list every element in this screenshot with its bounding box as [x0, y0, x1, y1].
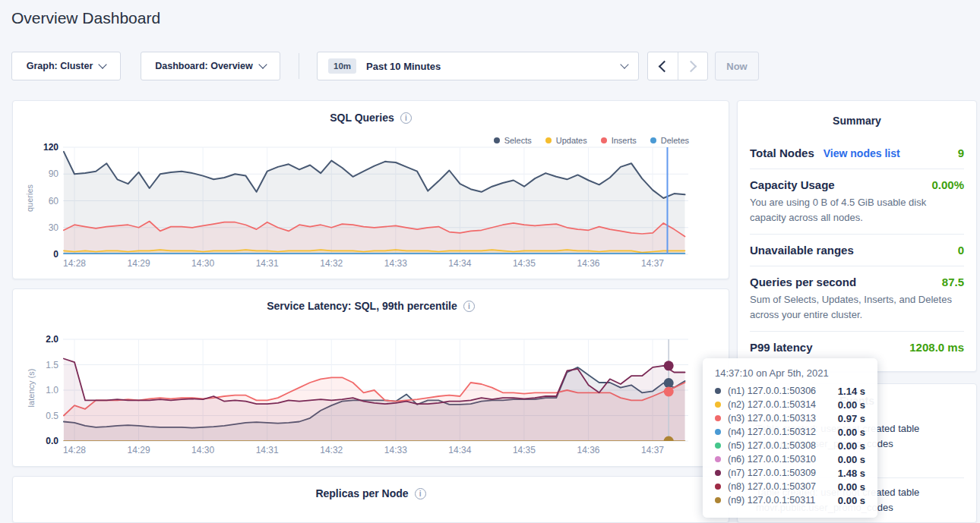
node-address: (n6) 127.0.0.1:50310	[728, 454, 816, 465]
dashboard-dropdown-label: Dashboard: Overview	[155, 61, 253, 71]
chart-title: Replicas per Node	[315, 487, 408, 499]
chevron-down-icon	[258, 60, 267, 68]
y-tick-label: 0.5	[46, 411, 58, 421]
tooltip-rows: (n1) 127.0.0.1:503061.14 s(n2) 127.0.0.1…	[715, 384, 865, 507]
summary-subtext: You are using 0 B of 4.5 GiB usable disk…	[750, 195, 964, 225]
replicas-per-node-card: Replicas per Node	[12, 476, 729, 523]
y-tick-label: 120	[43, 142, 58, 153]
info-icon[interactable]	[415, 488, 426, 499]
time-range-dropdown[interactable]: 10m Past 10 Minutes	[317, 52, 639, 80]
x-tick-label: 14:28	[63, 445, 86, 455]
graph-dropdown[interactable]: Graph: Cluster	[11, 52, 121, 80]
time-prev-button[interactable]	[648, 52, 678, 80]
summary-row: Total NodesView nodes list9	[750, 137, 964, 169]
y-tick-label: 1.5	[46, 360, 58, 370]
x-tick-label: 14:36	[577, 258, 599, 269]
y-tick-label: 2.0	[46, 334, 58, 345]
tooltip-timestamp: 14:37:10 on Apr 5th, 2021	[715, 367, 865, 379]
x-tick-label: 14:32	[320, 445, 343, 455]
summary-label: Capacity Usage	[750, 178, 835, 191]
x-tick-label: 14:30	[191, 258, 214, 269]
view-nodes-link[interactable]: View nodes list	[824, 147, 900, 159]
y-tick-label: 60	[49, 196, 59, 206]
toolbar-divider	[299, 53, 299, 79]
node-latency-value: 1.48 s	[838, 468, 865, 479]
node-address: (n4) 127.0.0.1:50312	[728, 427, 816, 437]
node-latency-value: 0.00 s	[838, 495, 865, 506]
chart-hover-tooltip: 14:37:10 on Apr 5th, 2021 (n1) 127.0.0.1…	[703, 358, 877, 518]
summary-value: 0	[958, 244, 964, 257]
x-tick-label: 14:35	[513, 258, 536, 269]
tooltip-node-row: (n6) 127.0.0.1:503100.00 s	[715, 452, 865, 466]
tooltip-node-row: (n4) 127.0.0.1:503120.00 s	[715, 425, 865, 439]
x-tick-label: 14:31	[256, 258, 279, 269]
hover-dot	[664, 436, 674, 446]
tooltip-node-row: (n1) 127.0.0.1:503061.14 s	[715, 384, 865, 398]
x-tick-label: 14:37	[641, 445, 664, 455]
time-range-label: Past 10 Minutes	[366, 61, 441, 72]
y-tick-label: 0.0	[46, 436, 58, 446]
summary-label: Queries per second	[750, 276, 856, 288]
summary-card: Summary Total NodesView nodes list9Capac…	[737, 100, 977, 372]
summary-value: 87.5	[942, 276, 964, 288]
x-tick-label: 14:36	[577, 445, 599, 455]
node-latency-value: 0.00 s	[838, 399, 865, 411]
page-title: Overview Dashboard	[11, 9, 160, 27]
summary-label: Total Nodes	[750, 147, 814, 159]
node-color-dot	[715, 443, 721, 449]
x-tick-label: 14:34	[448, 258, 471, 269]
tooltip-node-row: (n7) 127.0.0.1:503091.48 s	[715, 466, 865, 480]
summary-row: Queries per second87.5Sum of Selects, Up…	[750, 266, 964, 332]
tooltip-node-row: (n3) 127.0.0.1:503130.97 s	[715, 411, 865, 425]
node-address: (n8) 127.0.0.1:50307	[728, 481, 816, 492]
node-color-dot	[715, 415, 721, 421]
y-tick-label: 90	[49, 169, 59, 179]
y-tick-label: 1.0	[46, 385, 58, 395]
y-tick-label: 0	[53, 249, 58, 260]
node-color-dot	[715, 388, 721, 394]
sql-plot-svg: 14:2814:2914:3014:3114:3214:3314:3414:35…	[13, 101, 729, 279]
summary-value: 9	[958, 147, 964, 159]
node-latency-value: 0.00 s	[838, 440, 865, 452]
sql-queries-card: SQL Queries SelectsUpdatesInsertsDeletes…	[12, 100, 729, 279]
node-color-dot	[715, 484, 721, 490]
chevron-down-icon	[99, 60, 107, 68]
time-nav-group	[647, 52, 708, 80]
summary-row: Capacity Usage0.00%You are using 0 B of …	[750, 169, 964, 235]
tooltip-node-row: (n9) 127.0.0.1:503110.00 s	[715, 493, 865, 507]
tooltip-node-row: (n5) 127.0.0.1:503080.00 s	[715, 439, 865, 452]
x-tick-label: 14:28	[63, 258, 86, 269]
tooltip-node-row: (n8) 127.0.0.1:503070.00 s	[715, 480, 865, 493]
x-tick-label: 14:31	[256, 445, 279, 455]
summary-label: P99 latency	[750, 341, 813, 354]
node-address: (n7) 127.0.0.1:50309	[728, 468, 816, 478]
x-tick-label: 14:29	[128, 445, 150, 455]
summary-value: 1208.0 ms	[909, 341, 964, 354]
node-color-dot	[715, 429, 721, 435]
hover-dot	[664, 378, 674, 388]
x-tick-label: 14:30	[191, 445, 214, 455]
x-tick-label: 14:37	[641, 258, 664, 269]
node-latency-value: 0.00 s	[838, 481, 865, 493]
now-button[interactable]: Now	[715, 52, 759, 80]
x-tick-label: 14:35	[513, 445, 536, 455]
chevron-left-icon	[658, 60, 670, 72]
x-tick-label: 14:33	[384, 445, 407, 455]
node-color-dot	[715, 402, 721, 408]
node-address: (n2) 127.0.0.1:50314	[728, 399, 816, 410]
summary-subtext: Sum of Selects, Updates, Inserts, and De…	[750, 292, 964, 322]
dashboard-dropdown[interactable]: Dashboard: Overview	[141, 52, 280, 80]
service-latency-chart[interactable]: 14:2814:2914:3014:3114:3214:3314:3414:35…	[13, 289, 729, 466]
replicas-title-row: Replicas per Node	[13, 487, 729, 499]
sql-queries-chart[interactable]: 14:2814:2914:3014:3114:3214:3314:3414:35…	[13, 101, 729, 279]
hover-dot	[664, 387, 674, 397]
node-latency-value: 0.97 s	[838, 413, 865, 424]
node-color-dot	[715, 456, 721, 462]
x-tick-label: 14:32	[320, 258, 343, 269]
x-tick-label: 14:29	[128, 258, 150, 269]
x-tick-label: 14:33	[384, 258, 407, 269]
time-next-button[interactable]	[678, 52, 708, 80]
graph-dropdown-label: Graph: Cluster	[27, 61, 93, 71]
x-tick-label: 14:34	[448, 445, 471, 455]
node-address: (n5) 127.0.0.1:50308	[728, 440, 816, 451]
